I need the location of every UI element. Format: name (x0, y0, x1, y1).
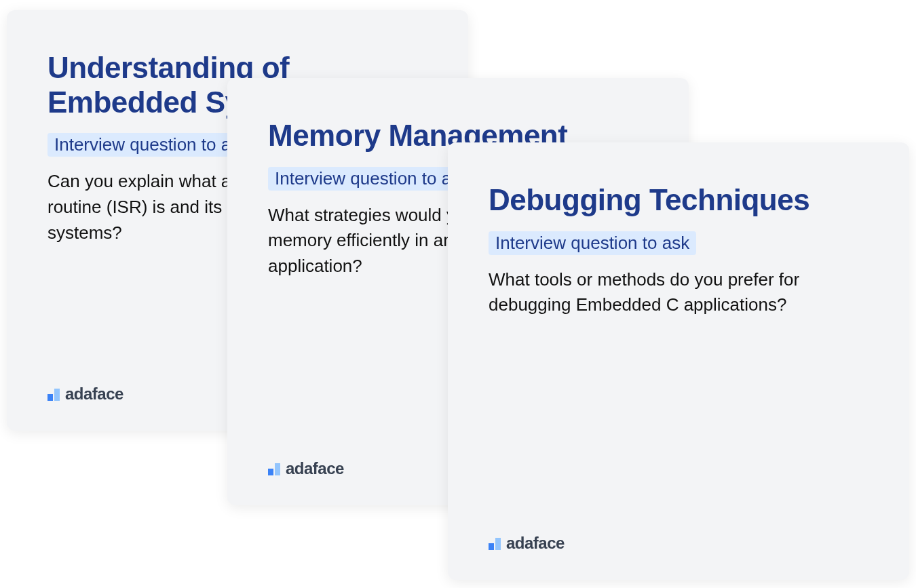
badge: Interview question to ask (489, 231, 696, 255)
card-body: What tools or methods do you prefer for … (489, 267, 869, 318)
bars-icon (47, 387, 60, 401)
card-title: Debugging Techniques (489, 183, 869, 218)
badge: Interview question to ask (47, 133, 255, 157)
brand-logo: adaface (268, 459, 344, 478)
brand-logo: adaface (47, 385, 123, 404)
brand-text: adaface (65, 385, 123, 404)
brand-logo: adaface (489, 534, 565, 553)
badge: Interview question to ask (268, 167, 476, 191)
brand-text: adaface (506, 534, 565, 553)
card-debugging: Debugging Techniques Interview question … (448, 142, 909, 580)
bars-icon (489, 536, 501, 550)
bars-icon (268, 462, 280, 475)
brand-text: adaface (286, 459, 344, 478)
